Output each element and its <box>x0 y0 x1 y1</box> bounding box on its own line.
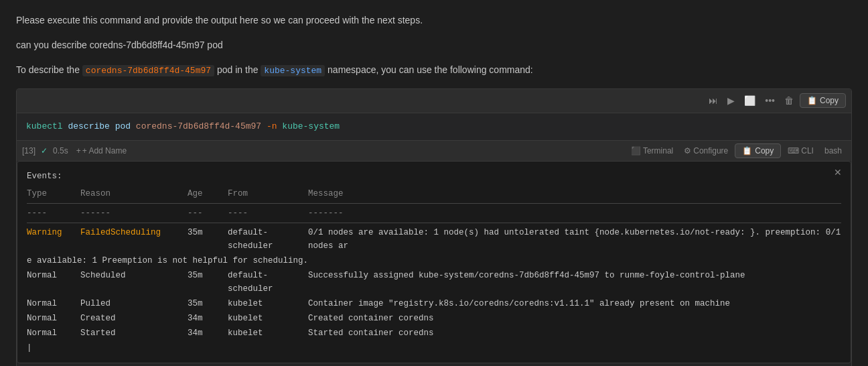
row-from-1: default-scheduler <box>228 226 308 253</box>
pod-name-inline: coredns-7db6d8ff4d-45m97 <box>82 65 214 76</box>
col-from: From <box>228 187 308 200</box>
sep3: --- <box>188 206 228 220</box>
row-msg-4: Created container coredns <box>308 312 841 325</box>
row-reason-1: FailedScheduling <box>80 226 188 253</box>
command-block: ⏭ ▶ ⬜ ••• 🗑 📋 Copy kubectl describe pod … <box>16 88 852 367</box>
delete-btn[interactable]: 🗑 <box>781 93 797 108</box>
intro-text: Please execute this command and provide … <box>16 13 852 27</box>
row-from-5: kubelet <box>228 326 308 340</box>
sep2: ------ <box>80 206 188 220</box>
row-age-3: 35m <box>188 297 228 310</box>
row-age-1: 35m <box>188 226 228 253</box>
output-section: ✕ Events: Type Reason Age From Message -… <box>17 161 851 366</box>
cmd-subcommand: describe pod <box>68 121 131 131</box>
cli-tab[interactable]: ⌨ CLI <box>784 145 818 157</box>
run-bar-right: ⬛ Terminal ⚙ Configure 📋 Copy ⌨ CLI bash <box>627 143 846 158</box>
describe-prefix: To describe the <box>16 64 80 75</box>
row-type-1: Warning <box>27 226 80 253</box>
col-type: Type <box>27 187 80 200</box>
row-msg-1: 0/1 nodes are available: 1 node(s) had u… <box>308 226 841 253</box>
output-separator-row: ---- ------ --- ---- ------- <box>27 206 841 223</box>
row-reason-4: Created <box>80 312 188 325</box>
terminal-icon: ⬛ <box>631 146 641 156</box>
row-msg-3: Container image "registry.k8s.io/coredns… <box>308 297 841 310</box>
col-reason: Reason <box>80 187 188 200</box>
row-type-2: Normal <box>27 269 80 296</box>
row-age-2: 35m <box>188 269 228 296</box>
sep5: ------- <box>308 206 841 220</box>
main-page: Please execute this command and provide … <box>0 0 868 366</box>
toolbar-right: ⏭ ▶ ⬜ ••• 🗑 📋 Copy <box>705 93 846 108</box>
row-age-5: 34m <box>188 326 228 340</box>
user-question: can you describe coredns-7db6d8ff4d-45m9… <box>16 38 852 52</box>
run-time: 0.5s <box>53 146 68 156</box>
describe-middle: pod in the <box>217 64 259 75</box>
cmd-keyword: kubectl <box>26 121 63 131</box>
cursor: | <box>27 341 841 355</box>
add-icon: + <box>76 146 81 156</box>
col-age: Age <box>188 187 228 200</box>
sep1: ---- <box>27 206 80 220</box>
add-name-button[interactable]: + + Add Name <box>74 145 129 157</box>
more-options-btn[interactable]: ••• <box>762 93 778 108</box>
command-copy-button[interactable]: 📋 Copy <box>800 93 846 108</box>
row-type-5: Normal <box>27 326 80 340</box>
terminal-tab[interactable]: ⬛ Terminal <box>627 145 677 157</box>
run-bar: [13] ✓ 0.5s + + Add Name ⬛ Terminal ⚙ Co… <box>17 140 851 161</box>
row-msg-1-cont: e available: 1 Preemption is not helpful… <box>27 254 841 267</box>
row-from-2: default-scheduler <box>228 269 308 296</box>
row-reason-3: Pulled <box>80 297 188 310</box>
run-all-icon-btn[interactable]: ⏭ <box>705 93 721 108</box>
run-icon-btn[interactable]: ▶ <box>724 93 738 108</box>
gear-icon: ⚙ <box>684 146 691 156</box>
table-row: Normal Scheduled 35m default-scheduler S… <box>27 269 841 296</box>
copy-icon: 📋 <box>807 96 817 105</box>
table-row: Warning FailedScheduling 35m default-sch… <box>27 226 841 253</box>
cmd-value: kube-system <box>282 121 340 131</box>
copy-tab[interactable]: 📋 Copy <box>735 143 781 158</box>
row-type-4: Normal <box>27 312 80 325</box>
stop-icon-btn[interactable]: ⬜ <box>741 93 759 108</box>
row-msg-2: Successfully assigned kube-system/coredn… <box>308 269 841 296</box>
row-from-3: kubelet <box>228 297 308 310</box>
describe-suffix: namespace, you can use the following com… <box>328 64 533 75</box>
describe-instruction: To describe the coredns-7db6d8ff4d-45m97… <box>16 63 852 78</box>
row-msg-5: Started container coredns <box>308 326 841 340</box>
run-bar-left: [13] ✓ 0.5s + + Add Name <box>22 145 622 157</box>
row-type-3: Normal <box>27 297 80 310</box>
sep4: ---- <box>228 206 308 220</box>
cli-icon: ⌨ <box>788 146 799 156</box>
bash-tab[interactable]: bash <box>820 145 846 157</box>
command-toolbar: ⏭ ▶ ⬜ ••• 🗑 📋 Copy <box>17 89 851 113</box>
cmd-arg: coredns-7db6d8ff4d-45m97 <box>136 121 261 131</box>
output-terminal: ✕ Events: Type Reason Age From Message -… <box>17 161 851 363</box>
col-message: Message <box>308 187 841 200</box>
copy-tab-icon: 📋 <box>742 146 752 156</box>
run-badge: [13] <box>22 146 35 156</box>
row-age-4: 34m <box>188 312 228 325</box>
check-icon: ✓ <box>41 146 48 156</box>
row-reason-5: Started <box>80 326 188 340</box>
cmd-flag: -n <box>267 121 277 131</box>
output-header-row: Type Reason Age From Message <box>27 187 841 204</box>
command-line: kubectl describe pod coredns-7db6d8ff4d-… <box>17 113 851 141</box>
namespace-inline: kube-system <box>261 65 325 76</box>
row-from-4: kubelet <box>228 312 308 325</box>
row-reason-2: Scheduled <box>80 269 188 296</box>
table-row: Normal Started 34m kubelet Started conta… <box>27 326 841 340</box>
table-row: Normal Created 34m kubelet Created conta… <box>27 312 841 325</box>
configure-tab[interactable]: ⚙ Configure <box>680 145 732 157</box>
events-title: Events: <box>27 170 841 183</box>
output-close-button[interactable]: ✕ <box>830 166 845 179</box>
table-row: Normal Pulled 35m kubelet Container imag… <box>27 297 841 310</box>
